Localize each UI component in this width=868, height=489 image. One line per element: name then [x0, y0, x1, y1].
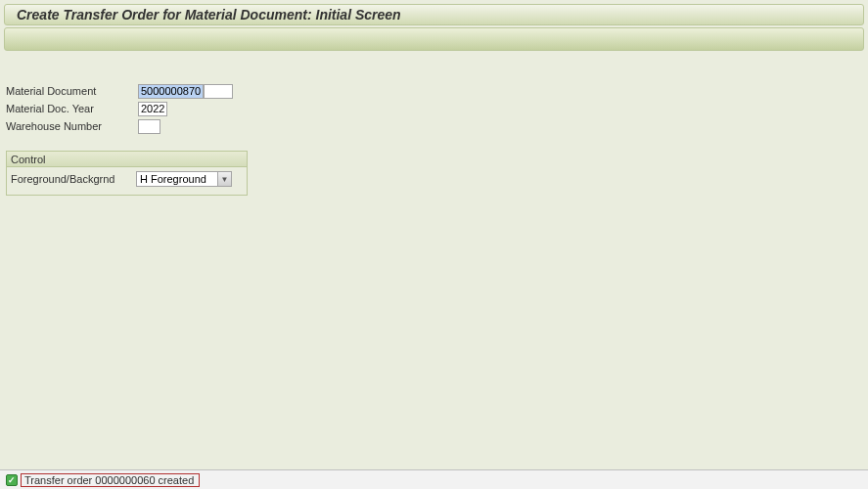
material-document-ext-input[interactable]: [204, 84, 233, 99]
control-groupbox-body: Foreground/Backgrnd H Foreground ▼: [7, 167, 247, 195]
dropdown-value: H Foreground: [140, 173, 206, 185]
label-foreground-background: Foreground/Backgrnd: [11, 173, 136, 185]
chevron-down-icon: ▼: [217, 172, 231, 186]
control-groupbox-header: Control: [7, 152, 247, 167]
row-material-document: Material Document: [6, 82, 868, 100]
status-bar: ✓ Transfer order 0000000060 created: [0, 469, 868, 489]
status-message: Transfer order 0000000060 created: [21, 473, 200, 487]
label-warehouse-number: Warehouse Number: [6, 120, 138, 132]
title-bar: Create Transfer Order for Material Docum…: [4, 4, 864, 25]
material-document-input[interactable]: [138, 84, 204, 99]
control-groupbox: Control Foreground/Backgrnd H Foreground…: [6, 151, 248, 196]
foreground-background-dropdown[interactable]: H Foreground ▼: [136, 171, 232, 187]
checkmark-icon: ✓: [6, 474, 18, 486]
row-material-doc-year: Material Doc. Year: [6, 100, 868, 117]
row-warehouse-number: Warehouse Number: [6, 117, 868, 135]
label-material-doc-year: Material Doc. Year: [6, 103, 138, 114]
warehouse-number-input[interactable]: [138, 119, 160, 134]
application-toolbar: [4, 27, 864, 51]
material-doc-year-input[interactable]: [138, 102, 167, 116]
content-area: Material Document Material Doc. Year War…: [0, 53, 868, 196]
label-material-document: Material Document: [6, 85, 138, 97]
page-title: Create Transfer Order for Material Docum…: [17, 7, 401, 22]
